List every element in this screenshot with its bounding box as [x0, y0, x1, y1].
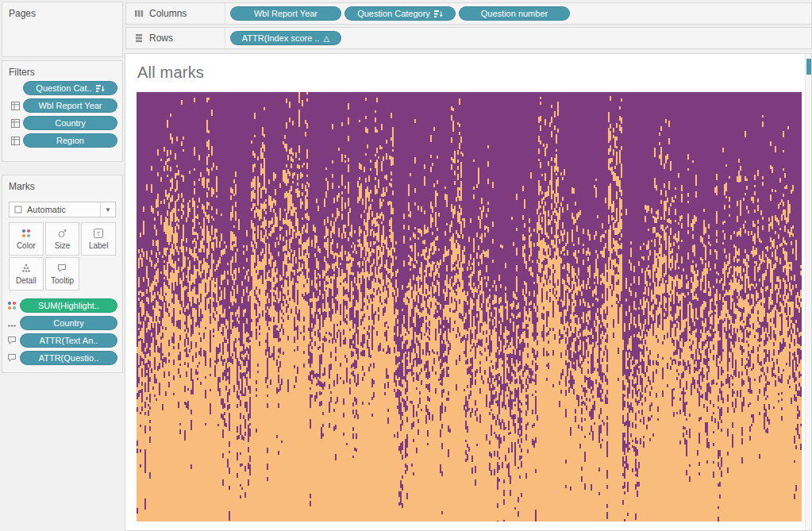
column-pill-question-number[interactable]: Question number	[459, 6, 570, 21]
sheet-title: All marks	[137, 63, 204, 82]
mark-pill-attr-question[interactable]: ATTR(Questio..	[20, 351, 117, 365]
filter-row: Wbl Report Year	[7, 98, 117, 113]
pill-label: Wbl Report Year	[38, 101, 102, 110]
sort-descending-icon	[96, 84, 105, 93]
mark-type-icon	[14, 206, 22, 214]
columns-shelf[interactable]: Columns Wbl Report Year Question Categor…	[125, 2, 812, 25]
label-button[interactable]: T Label	[81, 222, 116, 256]
tooltip-button[interactable]: Tooltip	[45, 257, 80, 291]
pages-shelf[interactable]: Pages	[2, 2, 123, 57]
color-dots-icon[interactable]	[4, 301, 20, 310]
mark-pill-row: ATTR(Text An..	[4, 333, 117, 348]
rows-shelf-head: Rows	[126, 28, 225, 48]
rows-shelf-label: Rows	[149, 33, 173, 44]
context-filter-icon	[7, 102, 23, 110]
mark-pill-row: Country	[4, 316, 117, 330]
viz-canvas[interactable]	[137, 92, 802, 521]
mark-pill-attr-text[interactable]: ATTR(Text An..	[20, 333, 117, 348]
filter-pill-wbl-report-year[interactable]: Wbl Report Year	[23, 98, 117, 113]
filter-pill-region[interactable]: Region	[23, 133, 117, 148]
columns-pills: Wbl Report Year Question Category Questi…	[225, 6, 570, 21]
rows-shelf[interactable]: Rows ATTR(Index score .. △	[125, 27, 812, 49]
rows-pills: ATTR(Index score .. △	[225, 31, 341, 45]
marks-buttons: Color Size T Label Detail Tooltip	[9, 222, 116, 291]
pill-label: Wbl Report Year	[254, 9, 317, 18]
pill-label: Question number	[481, 9, 548, 18]
color-button-icon	[21, 229, 31, 238]
tooltip-icon[interactable]	[4, 336, 20, 345]
detail-button-icon	[21, 264, 31, 273]
filter-pill-country[interactable]: Country	[23, 116, 117, 130]
filter-row: Question Cat..	[7, 81, 117, 95]
columns-shelf-label: Columns	[149, 8, 187, 19]
mark-type-value: Automatic	[27, 205, 66, 214]
pill-label: SUM(Highlight..	[38, 301, 99, 310]
label-button-icon: T	[94, 229, 103, 238]
button-label: Color	[17, 241, 36, 250]
delta-table-calc-icon: △	[323, 34, 329, 43]
filters-shelf[interactable]: Filters Question Cat.. Wbl Report Year C…	[2, 60, 123, 162]
svg-text:T: T	[97, 230, 101, 237]
filter-row: Country	[7, 116, 117, 130]
button-label: Size	[55, 241, 70, 250]
marks-pills: SUM(Highlight.. Country ATTR(Text An..	[2, 298, 122, 365]
mark-pill-row: SUM(Highlight..	[4, 298, 117, 313]
detail-button[interactable]: Detail	[9, 257, 44, 291]
context-filter-icon	[7, 137, 23, 145]
rows-shelf-icon	[134, 33, 144, 43]
tooltip-button-icon	[57, 264, 67, 273]
pill-label: ATTR(Text An..	[40, 336, 98, 345]
detail-dots-icon[interactable]	[4, 318, 20, 328]
pill-label: Country	[55, 118, 86, 128]
pill-label: ATTR(Questio..	[39, 353, 99, 363]
pill-label: Question Cat..	[36, 83, 91, 93]
filters-title: Filters	[2, 61, 122, 78]
pill-label: Question Category	[357, 9, 430, 18]
row-pill-attr-index-score[interactable]: ATTR(Index score .. △	[230, 31, 341, 45]
filter-row: Region	[7, 133, 117, 148]
color-button[interactable]: Color	[9, 222, 44, 256]
pages-title: Pages	[2, 2, 122, 19]
scrollbar-thumb[interactable]	[806, 59, 811, 75]
size-button[interactable]: Size	[45, 222, 80, 256]
mark-pill-country[interactable]: Country	[20, 316, 117, 330]
filter-pill-question-category[interactable]: Question Cat..	[23, 81, 117, 95]
worksheet-view: All marks	[125, 53, 812, 531]
button-label: Tooltip	[51, 276, 74, 285]
marks-title: Marks	[2, 175, 122, 192]
vertical-scrollbar[interactable]	[805, 54, 811, 530]
columns-shelf-icon	[134, 9, 144, 18]
tooltip-icon[interactable]	[4, 353, 20, 363]
mark-type-dropdown[interactable]: Automatic ▼	[9, 202, 116, 217]
pill-label: Region	[56, 136, 84, 145]
column-pill-wbl-report-year[interactable]: Wbl Report Year	[230, 6, 341, 21]
pill-label: ATTR(Index score ..	[242, 33, 320, 43]
mark-pill-sum-highlight[interactable]: SUM(Highlight..	[20, 298, 117, 313]
column-pill-question-category[interactable]: Question Category	[344, 6, 456, 21]
marks-card: Marks Automatic ▼ Color Size T Label	[2, 175, 123, 373]
sort-descending-icon	[434, 10, 443, 18]
button-label: Label	[89, 241, 108, 250]
dropdown-arrow-icon[interactable]: ▼	[100, 202, 115, 217]
columns-shelf-head: Columns	[126, 3, 225, 24]
mark-pill-row: ATTR(Questio..	[4, 351, 117, 365]
button-label: Detail	[16, 276, 37, 285]
pill-label: Country	[53, 318, 84, 328]
context-filter-icon	[7, 119, 23, 128]
size-button-icon	[57, 229, 67, 238]
